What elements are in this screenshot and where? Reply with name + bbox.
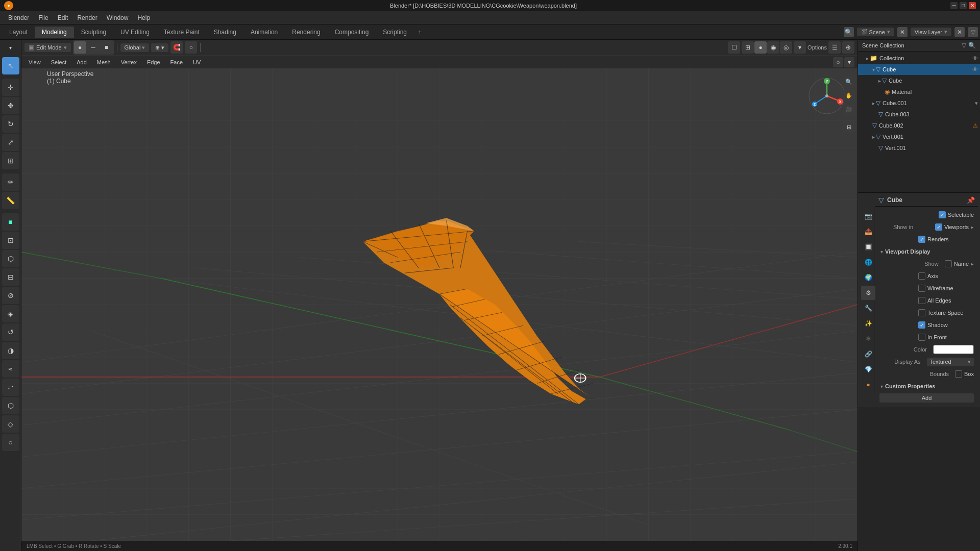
custom-properties-section[interactable]: ▾ Custom Properties xyxy=(877,381,976,391)
edge-menu[interactable]: Edge xyxy=(143,58,164,66)
outliner-row-material[interactable]: ◉ Material xyxy=(858,86,980,97)
all-edges-checkbox[interactable] xyxy=(918,297,925,304)
display-as-dropdown[interactable]: Textured ▾ xyxy=(927,358,974,366)
show-name-checkbox[interactable] xyxy=(945,260,952,267)
tool-move[interactable]: ✥ xyxy=(2,97,19,114)
material-tab[interactable]: ● xyxy=(861,378,875,392)
tool-bevel[interactable]: ⬡ xyxy=(2,250,19,267)
viewport[interactable]: ▣ Edit Mode ▾ ● ─ ■ Global ▾ ⊕ ▾ 🧲 ○ ☐ xyxy=(21,40,857,551)
menu-file[interactable]: File xyxy=(34,13,52,22)
window-controls[interactable]: ─ □ ✕ xyxy=(950,2,976,9)
proportional-header-btn[interactable]: ○ xyxy=(833,57,843,67)
tool-randomize[interactable]: ≈ xyxy=(2,360,19,378)
show-name-expand[interactable]: ▸ xyxy=(971,261,974,267)
tab-modeling[interactable]: Modeling xyxy=(35,27,74,38)
outliner-row-cube002[interactable]: ▽ Cube.002 ⚠ xyxy=(858,120,980,131)
minimize-button[interactable]: ─ xyxy=(950,2,958,9)
tool-cursor[interactable]: ✛ xyxy=(2,79,19,96)
toolbar-mode-btn[interactable]: ▾ xyxy=(2,42,19,53)
tab-texture-paint[interactable]: Texture Paint xyxy=(157,27,207,38)
physics-tab[interactable]: ⚛ xyxy=(861,332,875,346)
object-tab[interactable]: ⚙ xyxy=(861,286,875,300)
data-tab[interactable]: 💎 xyxy=(861,362,875,377)
selectable-checkbox[interactable] xyxy=(939,211,946,218)
filter-icon[interactable]: ▽ xyxy=(968,27,978,37)
menu-render[interactable]: Render xyxy=(73,13,101,22)
tab-layout[interactable]: Layout xyxy=(2,27,35,38)
face-mode-btn[interactable]: ■ xyxy=(101,41,113,54)
tool-loopcut[interactable]: ⊟ xyxy=(2,268,19,286)
tool-select[interactable]: ↖ xyxy=(2,57,19,74)
modifier-tab[interactable]: 🔧 xyxy=(861,301,875,315)
scene-collection-btn[interactable]: ⊞ xyxy=(843,121,855,133)
tool-spin[interactable]: ↺ xyxy=(2,323,19,341)
menu-blender[interactable]: Blender xyxy=(4,13,33,22)
particles-tab[interactable]: ✨ xyxy=(861,316,875,331)
overlays-btn[interactable]: ☰ xyxy=(828,41,841,54)
select-menu[interactable]: Select xyxy=(47,58,71,66)
viewport-options-btn[interactable]: ▾ xyxy=(794,41,806,54)
zoom-in-btn[interactable]: 🔍 xyxy=(843,76,855,88)
tool-shear[interactable]: ◇ xyxy=(2,415,19,433)
tool-transform[interactable]: ⊞ xyxy=(2,152,19,169)
tab-sculpting[interactable]: Sculpting xyxy=(74,27,113,38)
add-custom-property-button[interactable]: Add xyxy=(879,393,974,403)
uv-menu[interactable]: UV xyxy=(189,58,205,66)
tool-measure[interactable]: 📏 xyxy=(2,192,19,209)
tool-inset[interactable]: ⊡ xyxy=(2,232,19,249)
output-tab[interactable]: 📤 xyxy=(861,224,875,239)
tool-knife[interactable]: ⊘ xyxy=(2,287,19,304)
close-button[interactable]: ✕ xyxy=(969,2,976,9)
maximize-button[interactable]: □ xyxy=(960,2,967,9)
pan-btn[interactable]: ✋ xyxy=(843,89,855,102)
outliner-row-cube001[interactable]: ▸ ▽ Cube.001 ▾ xyxy=(858,97,980,109)
vertex-menu[interactable]: Vertex xyxy=(117,58,141,66)
face-menu[interactable]: Face xyxy=(166,58,187,66)
menu-window[interactable]: Window xyxy=(103,13,133,22)
outliner-row-collection[interactable]: ▸ 📁 Collection 👁 xyxy=(858,53,980,64)
view-menu[interactable]: View xyxy=(24,58,45,66)
snap-btn[interactable]: 🧲 xyxy=(170,41,183,54)
viewlayer-selector[interactable]: View Layer ▾ xyxy=(911,28,951,36)
texture-space-checkbox[interactable] xyxy=(918,309,925,316)
navigation-gizmo[interactable]: Y X Z xyxy=(806,76,847,116)
wireframe-checkbox[interactable] xyxy=(918,285,925,292)
outliner-row-vert001-parent[interactable]: ▸ ▽ Vert.001 xyxy=(858,131,980,142)
viewports-checkbox[interactable] xyxy=(935,223,942,231)
tool-annotate[interactable]: ✏ xyxy=(2,173,19,191)
tool-extrude[interactable]: ■ xyxy=(2,213,19,231)
scene-tab[interactable]: 🌐 xyxy=(861,255,875,269)
tool-smooth[interactable]: ◑ xyxy=(2,342,19,359)
tab-rendering[interactable]: Rendering xyxy=(285,27,327,38)
render-tab[interactable]: 📷 xyxy=(861,209,875,223)
menu-help[interactable]: Help xyxy=(133,13,154,22)
add-workspace-button[interactable]: + xyxy=(414,27,426,38)
outliner-filter-icon[interactable]: ▽ xyxy=(962,42,966,49)
axis-checkbox[interactable] xyxy=(918,272,925,280)
menu-edit[interactable]: Edit xyxy=(54,13,72,22)
tool-shrink[interactable]: ⬡ xyxy=(2,397,19,414)
outliner-row-vert001-child[interactable]: ▽ Vert.001 xyxy=(858,142,980,154)
outliner-row-cube-mesh[interactable]: ▸ ▽ Cube xyxy=(858,75,980,86)
bounds-checkbox[interactable] xyxy=(955,370,962,378)
add-menu[interactable]: Add xyxy=(72,58,91,66)
transform-global-selector[interactable]: Global ▾ xyxy=(120,43,150,52)
scene-selector[interactable]: 🎬 Scene ▾ xyxy=(857,28,894,36)
viewlayer-add-icon[interactable]: ✕ xyxy=(954,27,965,37)
tab-shading[interactable]: Shading xyxy=(207,27,243,38)
viewports-expand[interactable]: ▸ xyxy=(971,224,974,231)
tab-scripting[interactable]: Scripting xyxy=(376,27,414,38)
viewlayer-tab[interactable]: 🔲 xyxy=(861,240,875,254)
outliner-search-icon[interactable]: 🔍 xyxy=(968,42,976,49)
pivot-selector[interactable]: ⊕ ▾ xyxy=(151,43,168,52)
shadow-checkbox[interactable] xyxy=(918,321,925,329)
tool-to-sphere[interactable]: ○ xyxy=(2,434,19,451)
tool-rotate[interactable]: ↻ xyxy=(2,115,19,133)
viewport-display-section[interactable]: ▾ Viewport Display xyxy=(877,246,976,257)
header-options-btn[interactable]: ▾ xyxy=(844,57,854,67)
outliner-row-cube003[interactable]: ▽ Cube.003 xyxy=(858,109,980,120)
tab-uv-editing[interactable]: UV Editing xyxy=(113,27,157,38)
search-icon[interactable]: 🔍 xyxy=(844,27,854,37)
tool-scale[interactable]: ⤢ xyxy=(2,134,19,151)
proportional-edit-btn[interactable]: ○ xyxy=(185,41,197,54)
